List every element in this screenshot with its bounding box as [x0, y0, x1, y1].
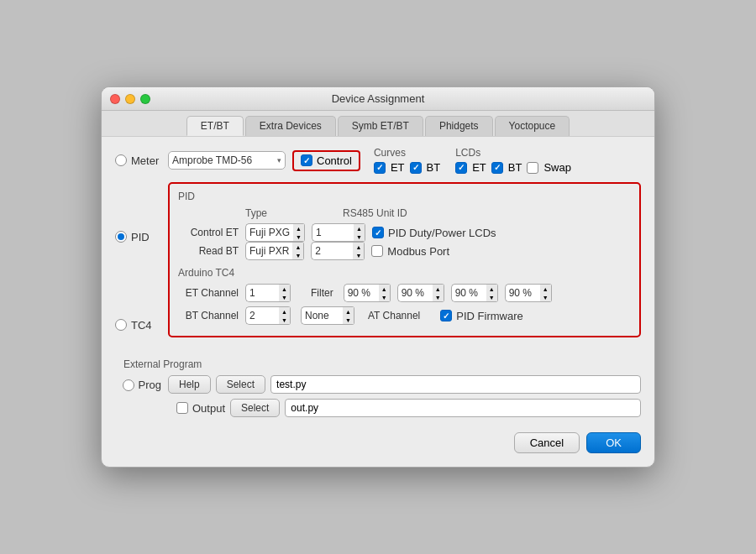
stepper-up[interactable]: ▲ — [292, 243, 303, 251]
main-content: Meter Amprobe TMD-56 ▾ Control Curves ET… — [102, 137, 654, 467]
output-file-input[interactable] — [285, 399, 641, 417]
et-channel-field: 1 ▲ ▼ — [245, 284, 291, 302]
stepper-up[interactable]: ▲ — [279, 307, 290, 316]
close-button[interactable] — [110, 94, 120, 104]
filter2-stepper[interactable]: ▲ ▼ — [433, 284, 444, 302]
bt-channel-value[interactable]: 2 — [245, 306, 279, 325]
swap-checkbox[interactable] — [527, 162, 538, 174]
read-bt-id-stepper[interactable]: ▲ ▼ — [353, 242, 365, 260]
stepper-up[interactable]: ▲ — [379, 285, 390, 293]
at-channel-label: AT Channel — [368, 310, 420, 321]
ok-button[interactable]: OK — [586, 432, 641, 453]
none-value[interactable]: None — [301, 306, 343, 325]
stepper-down[interactable]: ▼ — [353, 251, 364, 259]
control-et-label: Control ET — [178, 227, 239, 238]
cancel-button[interactable]: Cancel — [514, 432, 580, 453]
curves-bt-checkbox[interactable] — [410, 162, 422, 174]
filter1-stepper[interactable]: ▲ ▼ — [379, 284, 391, 302]
traffic-lights — [110, 94, 150, 104]
lcds-group: LCDs ET BT Swap — [455, 147, 571, 174]
lcds-bt-label: BT — [508, 161, 522, 174]
tab-symb-etbt[interactable]: Symb ET/BT — [338, 116, 423, 136]
read-bt-type-field: Fuji PXR ▲ ▼ — [245, 242, 304, 260]
stepper-down[interactable]: ▼ — [292, 251, 303, 259]
stepper-down[interactable]: ▼ — [279, 293, 290, 301]
curves-et-checkbox[interactable] — [374, 162, 386, 174]
stepper-down[interactable]: ▼ — [354, 233, 365, 241]
filter1-value[interactable]: 90 % — [344, 284, 379, 302]
filter4-stepper[interactable]: ▲ ▼ — [540, 284, 552, 302]
stepper-down[interactable]: ▼ — [540, 293, 551, 301]
swap-label: Swap — [543, 161, 571, 174]
read-bt-id-value[interactable]: 2 — [311, 242, 353, 260]
stepper-up[interactable]: ▲ — [540, 285, 551, 293]
ext-program-section: External Program Prog Help Select — [115, 358, 641, 417]
stepper-up[interactable]: ▲ — [279, 285, 290, 293]
stepper-down[interactable]: ▼ — [293, 233, 304, 241]
lcds-et-checkbox[interactable] — [455, 162, 467, 174]
tc4-radio[interactable] — [115, 319, 127, 331]
stepper-up[interactable]: ▲ — [433, 285, 444, 293]
filter2-field: 90 % ▲ ▼ — [397, 284, 444, 302]
bt-channel-stepper[interactable]: ▲ ▼ — [279, 306, 291, 325]
read-bt-type-value[interactable]: Fuji PXR — [245, 242, 292, 260]
prog-radio-label[interactable]: Prog — [115, 379, 161, 391]
lcds-bt-checkbox[interactable] — [491, 162, 503, 174]
control-et-type-value[interactable]: Fuji PXG — [245, 223, 293, 242]
tab-yoctopuce[interactable]: Yoctopuce — [495, 116, 570, 136]
minimize-button[interactable] — [125, 94, 135, 104]
output-label: Output — [192, 402, 225, 415]
none-stepper[interactable]: ▲ ▼ — [343, 306, 354, 325]
stepper-up[interactable]: ▲ — [343, 307, 354, 316]
et-channel-label: ET Channel — [178, 287, 239, 299]
filter3-stepper[interactable]: ▲ ▼ — [486, 284, 498, 302]
filter2-value[interactable]: 90 % — [397, 284, 433, 302]
tab-extra-devices[interactable]: Extra Devices — [245, 116, 336, 136]
tc4-label: TC4 — [131, 319, 152, 332]
pid-tc4-area: PID TC4 PID Type RS485 Unit ID — [115, 182, 641, 358]
output-checkbox[interactable] — [176, 402, 188, 414]
stepper-up[interactable]: ▲ — [293, 224, 304, 233]
prog-row2: Output Select — [168, 399, 641, 417]
modbus-checkbox[interactable] — [371, 245, 383, 257]
read-bt-type-stepper[interactable]: ▲ ▼ — [292, 242, 304, 260]
curves-label: Curves — [374, 147, 440, 159]
pid-radio-label[interactable]: PID — [115, 231, 161, 243]
prog-file-input[interactable] — [270, 375, 641, 394]
tc4-radio-label[interactable]: TC4 — [115, 319, 161, 332]
stepper-down[interactable]: ▼ — [433, 293, 444, 301]
pid-firmware-checkbox[interactable] — [440, 310, 452, 321]
meter-label: Meter — [131, 154, 159, 167]
et-channel-row: ET Channel 1 ▲ ▼ Filter 90 % — [178, 284, 631, 302]
et-channel-value[interactable]: 1 — [245, 284, 279, 302]
meter-radio[interactable] — [115, 154, 127, 166]
tab-phidgets[interactable]: Phidgets — [425, 116, 493, 136]
lcds-label: LCDs — [455, 147, 571, 159]
pid-radio[interactable] — [115, 231, 127, 243]
control-checkbox[interactable] — [301, 154, 312, 166]
zoom-button[interactable] — [140, 94, 150, 104]
control-et-id-value[interactable]: 1 — [312, 223, 354, 242]
pid-section-title: PID — [178, 191, 631, 202]
prog-radio[interactable] — [123, 379, 134, 391]
filter3-value[interactable]: 90 % — [451, 284, 486, 302]
et-channel-stepper[interactable]: ▲ ▼ — [279, 284, 291, 302]
select-button[interactable]: Select — [216, 375, 265, 394]
duty-power-checkbox[interactable] — [372, 227, 384, 238]
output-select-button[interactable]: Select — [230, 399, 280, 417]
stepper-down[interactable]: ▼ — [379, 293, 390, 301]
stepper-up[interactable]: ▲ — [354, 224, 365, 233]
stepper-down[interactable]: ▼ — [279, 316, 290, 324]
pid-firmware-label: PID Firmware — [456, 310, 522, 322]
help-button[interactable]: Help — [168, 375, 211, 394]
stepper-down[interactable]: ▼ — [486, 293, 497, 301]
meter-device-dropdown[interactable]: Amprobe TMD-56 ▾ — [168, 151, 286, 170]
stepper-up[interactable]: ▲ — [353, 243, 364, 251]
stepper-up[interactable]: ▲ — [486, 285, 497, 293]
tab-etbt[interactable]: ET/BT — [186, 116, 244, 136]
control-et-id-stepper[interactable]: ▲ ▼ — [354, 223, 365, 242]
control-et-type-stepper[interactable]: ▲ ▼ — [293, 223, 305, 242]
meter-radio-label[interactable]: Meter — [115, 154, 161, 167]
stepper-down[interactable]: ▼ — [343, 316, 354, 324]
filter4-value[interactable]: 90 % — [505, 284, 540, 302]
